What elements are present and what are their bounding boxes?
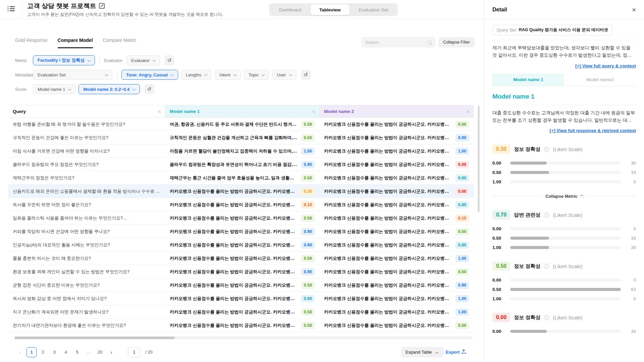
divider <box>492 105 636 105</box>
table-row[interactable]: 독서와 영화 감상 중 어떤 점에서 차이가 있나요?카카오뱅크 신용점수를 올… <box>8 292 474 305</box>
info-icon[interactable]: i <box>544 315 549 320</box>
scrollbar-thumb[interactable] <box>14 337 175 339</box>
chevron-down-icon <box>289 73 292 76</box>
table-row[interactable]: 환경 보호를 위해 개인이 실천할 수 있는 방법은 무엇인가요?카카오뱅크 신… <box>8 265 474 279</box>
chevron-down-icon <box>153 58 156 62</box>
model1-response-text: 카카오뱅크 신용점수를 올리는 방법이 궁금하시군요. 카카오뱅크에서 신용점수… <box>170 202 298 208</box>
metric-select[interactable]: Factuality / 정보 정확성 <box>33 55 95 65</box>
info-icon[interactable]: i <box>544 213 549 218</box>
table-row[interactable]: 아침 식사를 거르면 건강에 어떤 영향을 미치나요?아침을 거르면 혈당이 불… <box>8 144 474 158</box>
column-header-query: Query ↑↓ <box>8 105 165 117</box>
divider <box>117 71 117 78</box>
model2-cell: 카카오뱅크 신용점수를 올리는 방법이 궁금하시군요. 카카오뱅크에서 신용점수… <box>319 305 474 318</box>
model2-cell: 카카오뱅크 신용점수를 올리는 방법이 궁금하시군요. 카카오뱅크에서 신용점수… <box>319 171 474 184</box>
metadata-pill-intent[interactable]: Intent <box>215 70 241 80</box>
query-cell: 독서를 꾸준히 하면 어떤 점이 좋은가요? <box>8 198 165 211</box>
evaluation-set-select[interactable]: Evaluation Set <box>33 70 112 80</box>
detail-tab-model-name2[interactable]: Model name2 <box>564 74 636 86</box>
reset-score-filter-button[interactable]: ↺ <box>144 84 154 94</box>
page-button-2[interactable]: 2 <box>38 347 48 357</box>
bar-track <box>510 279 621 282</box>
model2-response-text: 카카오뱅크 신용점수를 올리는 방법이 궁금하시군요. 카카오뱅크에서 신용점수… <box>324 175 452 181</box>
metadata-pill-topic[interactable]: Topic <box>244 70 269 80</box>
query-cell: 물을 충분히 마시는 것이 왜 중요한가요? <box>8 252 165 265</box>
metadata-pill-tone[interactable]: Tone: Angry, Casual <box>121 70 178 80</box>
model1-response-text: 아침을 거르면 혈당이 불안정해지고 집중력이 저하될 수 있으며, 장기적으로… <box>170 148 298 154</box>
table-vertical-scrollbar[interactable] <box>478 106 480 212</box>
score-model1-select[interactable]: Model name 1 <box>33 84 75 94</box>
reset-metric-filter-button[interactable]: ↺ <box>164 55 174 65</box>
next-page-button[interactable]: › <box>106 347 116 357</box>
metadata-pill-user[interactable]: User <box>272 70 296 80</box>
table-row[interactable]: 균형 잡힌 식단이 중요한 이유는 무엇인가요?카카오뱅크 신용점수를 올리는 … <box>8 279 474 292</box>
table-row[interactable]: 클라우드 컴퓨팅의 주요 장점은 무엇인가요?클라우드 컴퓨팅은 확장성과 유연… <box>8 158 474 171</box>
sort-icon[interactable]: ↑↓ <box>158 109 160 113</box>
detail-tab-group: Model name 1Model name2 <box>492 74 636 86</box>
metric-bar-row: 0.0030 <box>492 329 636 334</box>
model1-response-text: 카카오뱅크 신용점수를 올리는 방법이 궁금하시군요. 카카오뱅크에서 신용점수… <box>170 255 298 261</box>
metric-header: 0.30정보 정확성i(Likert Scale) <box>492 144 636 154</box>
sort-icon[interactable]: ↑↓ <box>467 109 469 113</box>
score-model2-select[interactable]: Model name 2: 0.2~0.4 <box>78 84 140 94</box>
metric-bar-row: 0.000 <box>492 226 636 231</box>
model1-cell: 카카오뱅크 신용점수를 올리는 방법이 궁금하시군요. 카카오뱅크에서 신용점수… <box>165 279 319 292</box>
page-button-3[interactable]: 3 <box>49 347 59 357</box>
tab-compare-model[interactable]: Compare Model <box>58 38 93 48</box>
model2-score-badge: 0.80 <box>455 174 469 182</box>
model1-score-badge: 0.50 <box>301 134 315 141</box>
search-input[interactable] <box>365 40 428 45</box>
page-jump-input[interactable] <box>128 347 141 357</box>
table-row[interactable]: 규칙적인 운동이 건강에 좋은 이유는 무엇인가요?규칙적인 운동은 심혈관 건… <box>8 131 474 144</box>
page-button-5[interactable]: 5 <box>72 347 82 357</box>
info-icon[interactable]: i <box>544 264 549 269</box>
tab-gold-response[interactable]: Gold Response <box>15 38 48 48</box>
info-icon[interactable]: i <box>544 147 549 152</box>
sort-icon[interactable]: ↑↓ <box>312 109 315 113</box>
view-full-query-link[interactable]: [+] View full query & context <box>492 63 636 68</box>
table-row[interactable]: 재택근무의 장점은 무엇인가요?재택근무는 통근 시간을 줄여 업무 효율성을 … <box>8 171 474 185</box>
table-row[interactable]: 인공지능(AI)의 대표적인 활용 사례는 무엇인가요?카카오뱅크 신용점수를 … <box>8 238 474 252</box>
table-row[interactable]: 커피를 적당히 마시면 건강에 어떤 영향을 주나요?카카오뱅크 신용점수를 올… <box>8 225 474 238</box>
edit-title-icon[interactable] <box>99 3 105 9</box>
detail-tab-model-name-1[interactable]: Model name 1 <box>492 74 564 86</box>
table-row[interactable]: 전기차가 내연기관차보다 환경에 좋은 이유는 무엇인가요?카카오뱅크 신용점수… <box>8 319 474 332</box>
metric-bars: 0.0030 <box>492 329 636 334</box>
table-row[interactable]: 지구 온난화가 계속되면 어떤 문제가 발생하나요?카카오뱅크 신용점수를 올리… <box>8 305 474 319</box>
bar-count: 30 <box>625 329 636 334</box>
table-horizontal-scrollbar[interactable] <box>14 337 473 339</box>
table-row[interactable]: 일회용 플라스틱 사용을 줄여야 하는 이유는 무엇인가요?…카카오뱅크 신용점… <box>8 212 474 225</box>
query-cell: 아침 식사를 거르면 건강에 어떤 영향을 미치나요? <box>8 144 165 158</box>
collapse-metric-button[interactable]: Collapse Metric <box>545 194 583 199</box>
page-button-1[interactable]: 1 <box>26 347 37 357</box>
nav-tab-dashboard[interactable]: Dashboard <box>270 4 310 15</box>
view-full-response-link[interactable]: [+] View full response & retrived contex… <box>492 128 636 133</box>
reset-metadata-filter-button[interactable]: ↺ <box>301 70 311 80</box>
table-row[interactable]: 독서를 꾸준히 하면 어떤 점이 좋은가요?카카오뱅크 신용점수를 올리는 방법… <box>8 198 474 212</box>
close-icon[interactable]: × <box>632 6 636 13</box>
model2-cell: 카카오뱅크 신용점수를 올리는 방법이 궁금하시군요. 카카오뱅크에서 신용점수… <box>319 265 474 278</box>
nav-tab-evaluation-set[interactable]: Evaluation Set <box>350 4 397 15</box>
list-menu-icon <box>7 6 15 13</box>
metadata-pill-lengths[interactable]: Lengths <box>181 70 212 80</box>
export-button[interactable]: Export <box>446 347 466 357</box>
page-button-20[interactable]: 20 <box>95 347 105 357</box>
prev-page-button[interactable]: ‹ <box>15 347 25 357</box>
metric-score-badge: 0.00 <box>492 313 510 322</box>
collapse-filter-button[interactable]: Collapse Filter <box>438 37 475 47</box>
hamburger-menu-button[interactable] <box>0 0 22 19</box>
query-text: 신용카드로 해외 온라인 쇼핑몰에서 결제할 때 환율 적용 방식이나 수수료 … <box>13 188 160 194</box>
chevron-down-icon <box>233 73 236 76</box>
evaluator-select[interactable]: Evaluator <box>126 55 160 65</box>
page-button-4[interactable]: 4 <box>61 347 71 357</box>
bar-track <box>510 246 621 249</box>
table-row[interactable]: 물을 충분히 마시는 것이 왜 중요한가요?카카오뱅크 신용점수를 올리는 방법… <box>8 252 474 265</box>
table-row[interactable]: 신용카드로 해외 온라인 쇼핑몰에서 결제할 때 환율 적용 방식이나 수수료 … <box>8 185 474 198</box>
pill-label: Lengths <box>186 72 201 77</box>
expand-table-button[interactable]: Expand Table ↔ <box>401 347 443 357</box>
metric-bars: 0.0000.50631.000 <box>492 278 636 301</box>
nav-tab-tableview[interactable]: Tableview <box>311 4 350 15</box>
model1-score-badge: 0.50 <box>301 215 315 222</box>
tab-compare-metric[interactable]: Compare Metric <box>103 38 137 48</box>
chevron-up-icon <box>580 195 584 198</box>
table-row[interactable]: 유럽 여행을 준비할 때 꼭 챙겨야 할 필수품은 무엇인가요?여권, 항공권,… <box>8 118 474 131</box>
